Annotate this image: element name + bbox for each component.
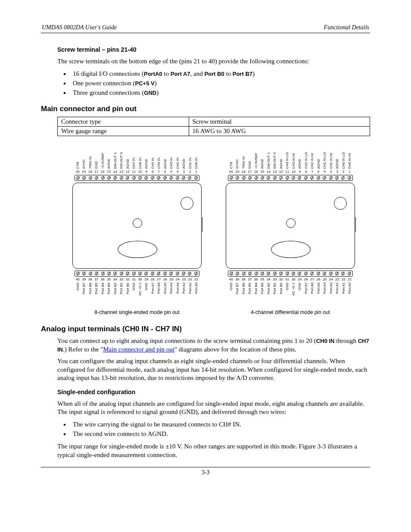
pin-number: 10	[292, 170, 296, 174]
screw-bullet-list: 16 digital I/O connections (PortA0 to Po…	[57, 69, 370, 97]
pin-column: 36Port B4	[100, 277, 106, 304]
pin-signal-name: D/A OUT 0	[273, 143, 277, 169]
pin-column: 23Port A2	[334, 277, 341, 304]
t: 16 digital I/O connections (	[73, 70, 144, 77]
screw-hole-icon	[230, 176, 233, 180]
pin-column: 37Port B5	[247, 277, 253, 304]
screw-hole-icon	[335, 272, 339, 275]
pin-number: 40	[76, 277, 80, 282]
bullet-wire-signal: The wire carrying the signal to be measu…	[70, 420, 370, 429]
pin-number: 28	[151, 277, 155, 282]
pin-signal-name: Port A3	[329, 283, 333, 304]
pin-signal-name: CH7 IN	[132, 143, 136, 169]
pin-column: 24Port A3	[328, 277, 334, 304]
pin-number: 37	[248, 277, 252, 282]
screw-hole-icon	[292, 176, 295, 180]
pin-column: 28Port A7	[303, 277, 309, 304]
pin-labels-bottom: 40GND39Port B738Port B637Port B536Port B…	[228, 277, 353, 304]
bullet-io: 16 digital I/O connections (PortA0 to Po…	[70, 69, 370, 78]
screw-hole-icon	[279, 176, 283, 180]
pin-signal-name: CH3 IN	[169, 143, 173, 169]
pin-signal-name: PC +5 V	[138, 283, 142, 304]
screw-hole-icon	[120, 272, 123, 275]
pin-number: 33	[273, 277, 277, 282]
pin-number: 33	[119, 277, 123, 282]
pin-signal-name: +2.5VREF	[101, 143, 105, 169]
screw-hole-icon	[76, 272, 80, 275]
pin-column: 38Port B6	[240, 277, 247, 304]
pin-signal-name: CTR	[76, 143, 80, 169]
pin-signal-name: Port B6	[242, 283, 246, 304]
pin-signal-name: Port A0	[348, 283, 352, 304]
pin-number: 15	[107, 170, 111, 174]
diagram-differential: CTR20SYNC19TRIG IN18GND17+2.5VREF16AGND1…	[219, 143, 361, 315]
t: , and	[190, 70, 205, 77]
pin-column: 22Port A1	[187, 277, 193, 304]
pin-signal-name: CH2 IN LO	[304, 143, 308, 169]
link-main-connector[interactable]: Main connector and pin out	[103, 346, 174, 353]
pin-signal-name: Port B5	[248, 283, 252, 304]
screw-terminal-strip	[228, 175, 353, 181]
screw-hole-icon	[329, 272, 333, 275]
pin-signal-name: Port B6	[88, 283, 92, 304]
pin-signal-name: Port B7	[82, 283, 86, 304]
pin-number: 3	[336, 170, 338, 174]
pin-number: 2	[189, 170, 191, 174]
pin-signal-name: CH3 IN HI	[292, 143, 296, 169]
label-area-icon	[118, 241, 157, 258]
pin-signal-name: Port B1	[273, 283, 277, 304]
screw-hole-icon	[323, 272, 326, 275]
screw-hole-icon	[157, 176, 160, 180]
pin-signal-name: PC +5 V	[292, 283, 296, 304]
pin-number: 9	[146, 170, 147, 174]
pin-labels-top: CTR20SYNC19TRIG IN18GND17+2.5VREF16AGND1…	[228, 143, 353, 174]
mounting-hole-icon	[334, 197, 347, 210]
heading-screw-terminal: Screw terminal – pins 21-40	[57, 46, 370, 53]
pin-labels-top: CTR20SYNC19TRIG IN18GND17+2.5VREF16AGND1…	[75, 143, 199, 174]
pin-column: 24Port A3	[174, 277, 181, 304]
screw-hole-icon	[298, 272, 301, 275]
pin-signal-name: CH6 IN	[138, 143, 142, 169]
pin-number: 7	[311, 170, 313, 174]
pin-number: 22	[342, 277, 346, 282]
screw-hole-icon	[348, 176, 351, 180]
pin-signal-name: Port A6	[157, 283, 161, 304]
pin-number: 10	[138, 170, 142, 174]
screw-hole-icon	[188, 176, 191, 180]
pin-number: 28	[304, 277, 308, 282]
pin-number: 35	[107, 277, 111, 282]
screw-terminal-strip	[75, 175, 199, 181]
pin-column: 35Port B3	[259, 277, 266, 304]
screw-hole-icon	[76, 176, 80, 180]
pin-column: AGND6	[315, 143, 322, 174]
pin-column: CH3 IN LO11	[284, 143, 291, 174]
table-row: Wire gauge range 16 AWG to 30 AWG	[58, 127, 370, 136]
pin-number: 36	[254, 277, 258, 282]
pin-column: 30PC +5 V	[137, 277, 143, 304]
pin-number: 14	[113, 170, 117, 174]
pin-signal-name: AGND	[335, 143, 339, 169]
screw-hole-icon	[230, 272, 233, 275]
screw-hole-icon	[132, 176, 136, 180]
screw-hole-icon	[89, 176, 92, 180]
pin-signal-name: +2.5VREF	[254, 143, 258, 169]
pin-number: 21	[348, 277, 352, 282]
pin-number: 18	[242, 170, 246, 174]
screw-hole-icon	[95, 272, 98, 275]
pin-column: 34Port B2	[112, 277, 118, 304]
screw-hole-icon	[95, 176, 98, 180]
pin-signal-name: Port A1	[342, 283, 346, 304]
pin-column: 29GND	[143, 277, 150, 304]
screw-hole-icon	[255, 176, 258, 180]
pin-column: AGND15	[259, 143, 266, 174]
screw-hole-icon	[348, 272, 351, 275]
pin-signal-name: GND	[144, 283, 148, 304]
pin-signal-name: Port B2	[113, 283, 117, 304]
pin-number: 8	[305, 170, 307, 174]
pin-signal-name: Port A4	[323, 283, 327, 304]
pin-column: AGND3	[181, 143, 187, 174]
pin-number: 20	[76, 170, 80, 174]
screw-hole-icon	[341, 272, 345, 275]
pin-signal-name: GND	[248, 143, 252, 169]
pin-signal-name: CH2 IN	[176, 143, 180, 169]
